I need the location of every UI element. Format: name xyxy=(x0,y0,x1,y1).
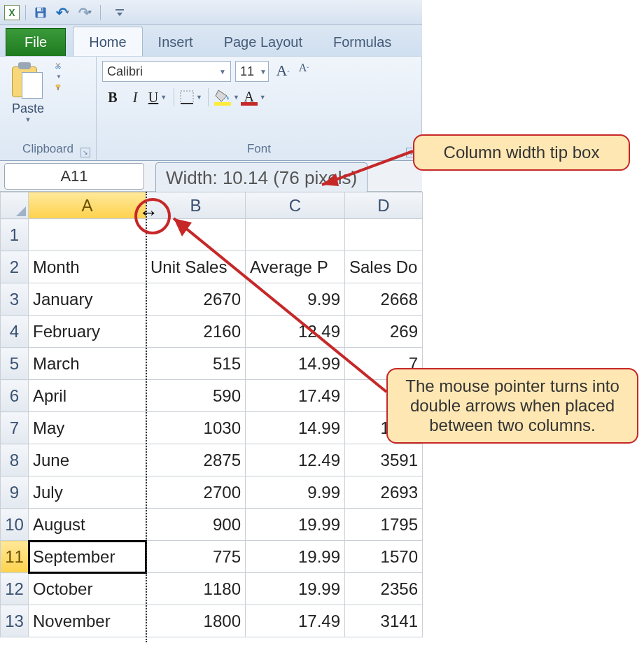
bold-button[interactable]: B xyxy=(102,86,123,108)
cell[interactable]: 19.99 xyxy=(246,573,345,605)
cell[interactable]: February xyxy=(29,316,146,348)
cell[interactable]: 1180 xyxy=(146,573,246,605)
dropdown-icon[interactable]: ▼ xyxy=(233,94,239,101)
row-header[interactable]: 5 xyxy=(1,348,29,380)
cell[interactable]: 9.99 xyxy=(246,476,345,509)
row-header[interactable]: 12 xyxy=(1,573,29,605)
row-header[interactable]: 8 xyxy=(1,444,29,476)
customize-qat-button[interactable] xyxy=(111,3,129,22)
cell[interactable]: 2670 xyxy=(146,283,246,316)
cell[interactable]: September xyxy=(29,541,146,573)
cell[interactable]: 2700 xyxy=(146,476,246,509)
cell[interactable]: January xyxy=(29,283,146,316)
shrink-font-button[interactable]: Aˇ xyxy=(294,62,314,81)
cell[interactable]: Unit Sales xyxy=(146,251,246,283)
cell[interactable]: August xyxy=(29,509,146,541)
row-header[interactable]: 2 xyxy=(1,251,29,283)
fill-color-button[interactable]: ▼ xyxy=(214,86,239,108)
borders-button[interactable]: ▼ xyxy=(180,86,202,108)
cell[interactable]: 12.49 xyxy=(246,444,345,476)
underline-button[interactable]: U▼ xyxy=(147,86,168,108)
font-name-combo[interactable]: Calibri ▼ xyxy=(102,61,231,82)
tab-home[interactable]: Home xyxy=(73,27,142,56)
dropdown-icon[interactable]: ▼ xyxy=(56,73,62,80)
cell[interactable]: 515 xyxy=(146,348,246,380)
row-header[interactable]: 7 xyxy=(1,412,29,444)
cell[interactable]: 1570 xyxy=(345,541,423,573)
column-header-C[interactable]: C xyxy=(246,192,345,219)
dropdown-icon[interactable]: ▼ xyxy=(260,68,267,76)
format-painter-button[interactable] xyxy=(55,84,62,91)
cell[interactable]: 1030 xyxy=(146,412,246,444)
cell[interactable]: July xyxy=(29,476,146,509)
dropdown-icon[interactable]: ▼ xyxy=(196,94,202,101)
cell[interactable]: 2693 xyxy=(345,476,423,509)
tab-file[interactable]: File xyxy=(6,28,66,56)
cell[interactable]: 19.99 xyxy=(246,509,345,541)
cell[interactable]: 590 xyxy=(146,380,246,412)
copy-button[interactable]: ▼ xyxy=(55,73,62,80)
cell[interactable] xyxy=(246,219,345,251)
cell[interactable]: 12.49 xyxy=(246,316,345,348)
cell[interactable] xyxy=(146,219,246,251)
cell[interactable]: 3591 xyxy=(345,444,423,476)
column-header-A[interactable]: A xyxy=(29,192,146,219)
dialog-launcher-icon[interactable]: ↘ xyxy=(80,148,90,157)
cell[interactable]: Month xyxy=(29,251,146,283)
cell[interactable]: 1795 xyxy=(345,509,423,541)
dropdown-icon[interactable]: ▼ xyxy=(260,94,266,101)
cell[interactable]: November xyxy=(29,605,146,637)
row-header[interactable]: 11 xyxy=(1,541,29,573)
cell[interactable]: 2356 xyxy=(345,573,423,605)
row-header[interactable]: 4 xyxy=(1,316,29,348)
font-color-button[interactable]: A ▼ xyxy=(241,86,266,108)
cell[interactable]: May xyxy=(29,412,146,444)
cell[interactable]: April xyxy=(29,380,146,412)
cut-button[interactable] xyxy=(55,62,62,69)
dropdown-icon[interactable]: ▼ xyxy=(88,9,93,15)
tab-insert[interactable]: Insert xyxy=(143,27,209,56)
cell[interactable]: Average P xyxy=(246,251,345,283)
cell[interactable]: 14.99 xyxy=(246,412,345,444)
undo-button[interactable]: ↶▼ xyxy=(54,3,72,22)
cell[interactable]: 9.99 xyxy=(246,283,345,316)
cell[interactable]: 1800 xyxy=(146,605,246,637)
row-header[interactable]: 3 xyxy=(1,283,29,316)
cell[interactable]: 775 xyxy=(146,541,246,573)
dropdown-icon[interactable]: ▼ xyxy=(219,68,226,76)
redo-button[interactable]: ↷▼ xyxy=(76,3,94,22)
cell[interactable]: 3141 xyxy=(345,605,423,637)
dropdown-icon[interactable]: ▼ xyxy=(160,94,167,101)
cell[interactable]: 17.49 xyxy=(246,605,345,637)
cell[interactable]: 269 xyxy=(345,316,423,348)
row-header[interactable]: 1 xyxy=(1,219,29,251)
row-header[interactable]: 13 xyxy=(1,605,29,637)
row-header[interactable]: 9 xyxy=(1,476,29,509)
column-header-B[interactable]: B xyxy=(146,192,246,219)
cell[interactable]: Sales Do xyxy=(345,251,423,283)
row-header[interactable]: 6 xyxy=(1,380,29,412)
tab-page-layout[interactable]: Page Layout xyxy=(209,27,318,56)
column-header-D[interactable]: D xyxy=(345,192,423,219)
font-size-combo[interactable]: 11 ▼ xyxy=(235,61,269,82)
dropdown-icon[interactable]: ▼ xyxy=(6,116,50,123)
cell[interactable]: October xyxy=(29,573,146,605)
save-button[interactable] xyxy=(31,3,50,22)
grow-font-button[interactable]: Aˆ xyxy=(273,62,293,81)
dropdown-icon[interactable]: ▼ xyxy=(65,9,71,15)
cell[interactable]: 17.49 xyxy=(246,380,345,412)
name-box[interactable]: A11 xyxy=(4,163,144,190)
tab-formulas[interactable]: Formulas xyxy=(318,27,407,56)
worksheet-grid[interactable]: A B C D 12MonthUnit SalesAverage PSales … xyxy=(0,192,422,637)
cell[interactable]: 2875 xyxy=(146,444,246,476)
cell[interactable] xyxy=(29,219,146,251)
cell[interactable]: June xyxy=(29,444,146,476)
paste-button[interactable]: Paste ▼ xyxy=(6,61,50,142)
cell[interactable]: 900 xyxy=(146,509,246,541)
cell[interactable]: 2668 xyxy=(345,283,423,316)
cell[interactable]: 19.99 xyxy=(246,541,345,573)
italic-button[interactable]: I xyxy=(125,86,146,108)
cell[interactable]: 14.99 xyxy=(246,348,345,380)
cell[interactable] xyxy=(345,219,423,251)
select-all-corner[interactable] xyxy=(1,192,29,219)
